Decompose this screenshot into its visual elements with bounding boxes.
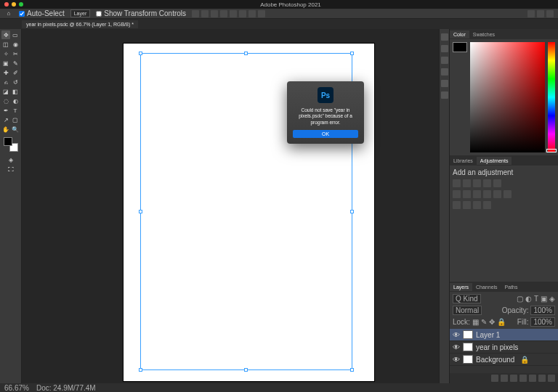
photo-filter-icon[interactable] bbox=[473, 190, 481, 198]
new-group-icon[interactable] bbox=[529, 375, 536, 382]
move-tool-icon[interactable]: ✥ bbox=[1, 30, 10, 39]
zoom-level[interactable]: 66.67% bbox=[4, 384, 29, 392]
visibility-icon[interactable]: 👁 bbox=[453, 343, 460, 351]
posterize-icon[interactable] bbox=[453, 201, 461, 209]
lock-position-icon[interactable]: ✥ bbox=[489, 318, 495, 326]
lock-all-icon[interactable]: 🔒 bbox=[497, 318, 506, 326]
link-layers-icon[interactable] bbox=[491, 375, 498, 382]
panel-icon[interactable] bbox=[441, 45, 448, 52]
align-left-icon[interactable] bbox=[192, 10, 199, 17]
fill-value[interactable]: 100% bbox=[530, 317, 555, 327]
pen-tool-icon[interactable]: ✒ bbox=[1, 106, 10, 115]
gradient-tool-icon[interactable]: ◧ bbox=[11, 87, 20, 96]
crop-tool-icon[interactable]: ✂ bbox=[11, 49, 20, 58]
layer-filter[interactable]: Q Kind bbox=[453, 294, 481, 303]
blend-mode[interactable]: Normal bbox=[453, 306, 482, 315]
layer-row[interactable]: 👁 Background 🔒 bbox=[450, 354, 558, 366]
document-tab[interactable]: year in pixels.psdc @ 66.7% (Layer 1, RG… bbox=[22, 20, 138, 28]
hue-slider[interactable] bbox=[548, 42, 555, 152]
marquee-tool-icon[interactable]: ◫ bbox=[1, 40, 10, 49]
filter-pixel-icon[interactable]: ▢ bbox=[517, 295, 523, 303]
curves-icon[interactable] bbox=[473, 179, 481, 187]
layer-style-icon[interactable] bbox=[501, 375, 508, 382]
new-layer-icon[interactable] bbox=[538, 375, 546, 382]
shape-tool-icon[interactable]: ▢ bbox=[11, 115, 20, 124]
distribute-icon[interactable] bbox=[248, 10, 256, 17]
eraser-tool-icon[interactable]: ◪ bbox=[1, 87, 10, 96]
layer-name[interactable]: year in pixels bbox=[476, 343, 518, 351]
path-tool-icon[interactable]: ↗ bbox=[1, 115, 10, 124]
hand-tool-icon[interactable]: ✋ bbox=[1, 125, 10, 134]
minimize-window-icon[interactable] bbox=[12, 2, 16, 7]
visibility-icon[interactable]: 👁 bbox=[453, 356, 460, 364]
panel-icon[interactable] bbox=[441, 57, 448, 64]
align-bottom-icon[interactable] bbox=[239, 10, 246, 17]
lasso-tool-icon[interactable]: ◉ bbox=[11, 40, 20, 49]
zoom-tool-icon[interactable]: 🔍 bbox=[11, 125, 20, 134]
close-window-icon[interactable] bbox=[4, 2, 9, 7]
layer-row[interactable]: 👁 year in pixels bbox=[450, 341, 558, 354]
panel-icon[interactable] bbox=[441, 80, 448, 87]
ok-button[interactable]: OK bbox=[293, 130, 358, 138]
history-brush-icon[interactable]: ↺ bbox=[11, 78, 20, 86]
hue-icon[interactable] bbox=[453, 190, 461, 198]
tab-adjustments[interactable]: Adjustments bbox=[477, 157, 512, 165]
invert-icon[interactable] bbox=[504, 190, 512, 198]
align-top-icon[interactable] bbox=[220, 10, 227, 17]
color-swatch[interactable] bbox=[453, 42, 467, 52]
bw-icon[interactable] bbox=[463, 190, 471, 198]
foreground-background-color[interactable] bbox=[4, 137, 18, 152]
levels-icon[interactable] bbox=[463, 179, 471, 187]
layer-name[interactable]: Layer 1 bbox=[476, 331, 500, 339]
screenmode-icon[interactable]: ⛶ bbox=[7, 165, 15, 173]
align-center-icon[interactable] bbox=[201, 10, 209, 17]
transform-handle[interactable] bbox=[244, 368, 248, 372]
tab-libraries[interactable]: Libraries bbox=[450, 157, 477, 165]
tab-paths[interactable]: Paths bbox=[501, 283, 522, 291]
auto-select-checkbox[interactable]: Auto-Select bbox=[19, 9, 65, 17]
align-middle-icon[interactable] bbox=[230, 10, 237, 17]
opacity-value[interactable]: 100% bbox=[530, 306, 555, 315]
wand-tool-icon[interactable]: ✧ bbox=[1, 49, 10, 58]
delete-layer-icon[interactable] bbox=[548, 375, 555, 382]
search-icon[interactable] bbox=[537, 10, 544, 17]
panel-icon[interactable] bbox=[441, 33, 448, 41]
transform-handle[interactable] bbox=[350, 368, 354, 372]
transform-handle[interactable] bbox=[139, 52, 142, 55]
channel-mixer-icon[interactable] bbox=[483, 190, 491, 198]
color-field[interactable] bbox=[470, 42, 545, 152]
type-tool-icon[interactable]: T bbox=[11, 106, 20, 115]
auto-select-target[interactable]: Layer bbox=[70, 9, 91, 17]
selective-color-icon[interactable] bbox=[483, 201, 491, 209]
transform-handle[interactable] bbox=[139, 368, 142, 372]
exposure-icon[interactable] bbox=[483, 179, 491, 187]
foreground-color-swatch[interactable] bbox=[4, 137, 12, 146]
threshold-icon[interactable] bbox=[463, 201, 471, 209]
eyedropper-tool-icon[interactable]: ✎ bbox=[11, 59, 20, 68]
vibrance-icon[interactable] bbox=[493, 179, 501, 187]
heal-tool-icon[interactable]: ✚ bbox=[1, 68, 10, 77]
visibility-icon[interactable]: 👁 bbox=[453, 331, 460, 339]
filter-shape-icon[interactable]: ▣ bbox=[541, 295, 547, 303]
align-right-icon[interactable] bbox=[211, 10, 218, 17]
layer-name[interactable]: Background bbox=[476, 356, 514, 364]
panel-icon[interactable] bbox=[441, 91, 448, 99]
dodge-tool-icon[interactable]: ◐ bbox=[11, 97, 20, 105]
transform-handle[interactable] bbox=[350, 210, 354, 213]
brightness-icon[interactable] bbox=[453, 179, 461, 187]
workspace-icon[interactable] bbox=[546, 10, 554, 17]
frame-tool-icon[interactable]: ▣ bbox=[1, 59, 10, 68]
transform-handle[interactable] bbox=[139, 210, 142, 213]
filter-smart-icon[interactable]: ◈ bbox=[549, 295, 555, 303]
blur-tool-icon[interactable]: ◌ bbox=[1, 97, 10, 105]
layer-thumb[interactable] bbox=[463, 355, 473, 364]
tab-channels[interactable]: Channels bbox=[472, 283, 501, 291]
share-icon[interactable] bbox=[527, 10, 535, 17]
filter-type-icon[interactable]: T bbox=[534, 295, 538, 303]
tab-swatches[interactable]: Swatches bbox=[469, 30, 498, 38]
new-fill-icon[interactable] bbox=[519, 375, 527, 382]
tab-layers[interactable]: Layers bbox=[450, 283, 472, 291]
layer-row[interactable]: 👁 Layer 1 bbox=[450, 329, 558, 341]
layer-mask-icon[interactable] bbox=[510, 375, 517, 382]
gradient-map-icon[interactable] bbox=[473, 201, 481, 209]
